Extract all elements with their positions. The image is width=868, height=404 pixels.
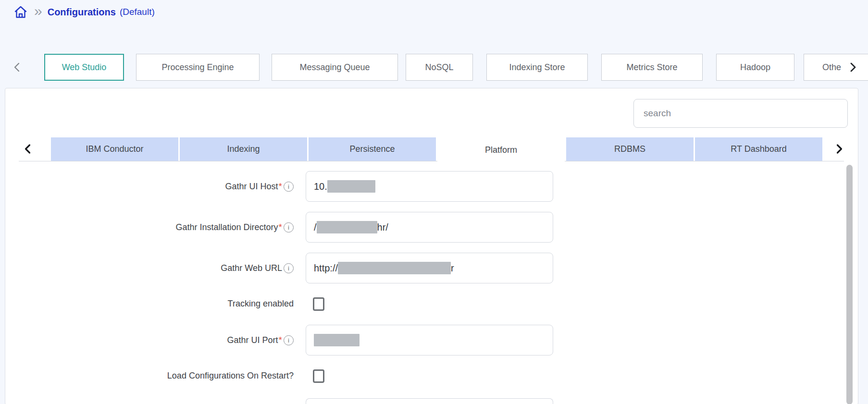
primary-tab-hadoop[interactable]: Hadoop	[716, 54, 794, 81]
checkbox[interactable]	[313, 297, 324, 311]
chevron-left-icon[interactable]	[11, 60, 24, 74]
chevron-right-icon[interactable]	[833, 142, 845, 156]
primary-tab-processing-engine[interactable]: Processing Engine	[136, 54, 260, 81]
form-label-text: Gathr Installation Directory	[176, 222, 278, 233]
secondary-tab-platform[interactable]: Platform	[437, 137, 565, 163]
configuration-panel: IBM ConductorIndexingPersistencePlatform…	[5, 88, 858, 404]
checkbox[interactable]	[313, 369, 324, 383]
input-value-visible: /	[314, 222, 317, 233]
primary-tab-web-studio[interactable]: Web Studio	[44, 54, 124, 81]
double-chevron-separator-icon: »	[34, 4, 41, 18]
chevron-left-icon[interactable]	[22, 142, 34, 156]
input-value-visible: http://	[314, 263, 338, 274]
form-label-text: Load Configurations On Restart?	[167, 371, 294, 381]
info-icon[interactable]: i	[284, 222, 294, 233]
secondary-tab-ibm-conductor[interactable]: IBM Conductor	[51, 137, 178, 161]
form-label-text: Gathr Web URL	[221, 263, 282, 273]
redaction-box	[317, 221, 377, 233]
form-label-text: Gathr UI Host	[225, 182, 278, 192]
secondary-tab-persistence[interactable]: Persistence	[309, 137, 436, 161]
search-input[interactable]	[633, 99, 848, 128]
form-label: Gathr Web URLi	[5, 261, 294, 275]
secondary-tab-rdbms[interactable]: RDBMS	[566, 137, 694, 161]
chevron-right-icon[interactable]	[846, 60, 859, 74]
primary-tab-metrics-store[interactable]: Metrics Store	[601, 54, 703, 81]
required-asterisk: *	[279, 181, 282, 192]
vertical-scrollbar-thumb[interactable]	[846, 165, 853, 404]
text-input[interactable]	[306, 325, 553, 355]
primary-tab-indexing-store[interactable]: Indexing Store	[486, 54, 588, 81]
form-label-text: Gathr UI Port	[227, 335, 278, 345]
secondary-tab-rt-dashboard[interactable]: RT Dashboard	[695, 137, 822, 161]
home-icon[interactable]	[13, 5, 28, 19]
tab-divider	[19, 161, 844, 161]
redaction-box	[338, 262, 451, 274]
form-label: Tracking enabled	[5, 297, 294, 310]
form-label: Load Configurations On Restart?	[5, 369, 294, 382]
info-icon[interactable]: i	[284, 263, 294, 273]
required-asterisk: *	[279, 222, 282, 233]
partial-text-input[interactable]	[306, 398, 553, 404]
text-input[interactable]: 10.	[306, 171, 553, 202]
configurations-page: » Configurations (Default) Web StudioPro…	[0, 0, 868, 404]
form-label: Gathr UI Host*i	[5, 180, 294, 193]
primary-tab-messaging-queue[interactable]: Messaging Queue	[272, 54, 398, 81]
input-value-visible: hr/	[377, 222, 388, 233]
required-asterisk: *	[279, 335, 282, 345]
input-value-visible: r	[451, 263, 454, 274]
form-label: Gathr UI Port*i	[5, 333, 294, 347]
info-icon[interactable]: i	[284, 182, 294, 192]
secondary-tab-indexing[interactable]: Indexing	[180, 137, 307, 161]
primary-tab-bar: Web StudioProcessing EngineMessaging Que…	[0, 54, 868, 81]
breadcrumb: » Configurations (Default)	[13, 5, 155, 19]
text-input[interactable]: /hr/	[306, 212, 553, 243]
breadcrumb-title[interactable]: Configurations	[48, 7, 116, 18]
info-icon[interactable]: i	[284, 335, 294, 345]
form-label-text: Tracking enabled	[228, 299, 294, 309]
redaction-box	[327, 180, 375, 193]
primary-tab-nosql[interactable]: NoSQL	[406, 54, 473, 81]
input-value-visible: 10.	[314, 181, 327, 192]
text-input[interactable]: http://r	[306, 253, 553, 283]
redaction-box	[314, 334, 360, 346]
breadcrumb-default-suffix: (Default)	[120, 7, 155, 17]
form-label: Gathr Installation Directory*i	[5, 220, 294, 234]
